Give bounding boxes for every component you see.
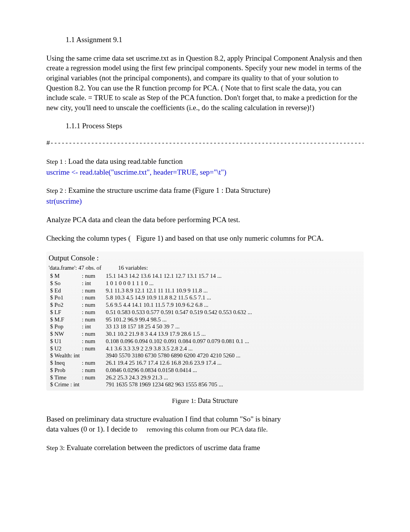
prelim-line2b: removing this column from our PCA data f… — [147, 426, 268, 433]
console-header: 'data.frame': 47 obs. of16 variables: — [49, 264, 361, 272]
var-name: $ LF — [49, 309, 82, 316]
console-var-row: $ U1: num0.108 0.096 0.094 0.102 0.091 0… — [49, 338, 361, 345]
var-name: $ So — [49, 280, 82, 287]
var-name: $ M.F — [49, 316, 82, 323]
step-1-text: Load the data using read.table function — [66, 157, 183, 165]
var-type: : num — [82, 287, 106, 294]
var-type: : int — [82, 280, 106, 287]
console-title: Output Console : — [49, 253, 361, 263]
console-var-row: $ Ed: num9.1 11.3 8.9 12.1 12.1 11 11.1 … — [49, 287, 361, 294]
var-type: : num — [82, 330, 106, 338]
console-var-row: $ Prob: num0.0846 0.0296 0.0834 0.0158 0… — [49, 367, 361, 374]
var-name: $ Ineq — [49, 359, 82, 367]
checking-pre: Checking the column types ( — [46, 234, 130, 242]
var-values: 95 101.2 96.9 99.4 98.5 ... — [106, 316, 167, 323]
var-name-type: $ Wealth: int — [49, 352, 106, 359]
step-1-block: Step 1 : Load the data using read.table … — [46, 156, 364, 177]
console-rows: $ M: num15.1 14.3 14.2 13.6 14.1 12.1 12… — [49, 272, 361, 388]
var-values: 26.2 25.3 24.3 29.9 21.3 ... — [106, 374, 168, 381]
console-var-row: $ LF: num0.51 0.583 0.533 0.577 0.591 0.… — [49, 309, 361, 316]
output-console: Output Console : 'data.frame': 47 obs. o… — [46, 252, 364, 391]
var-type: : num — [82, 301, 106, 309]
console-var-row: $ Po2: num5.6 9.5 4.4 14.1 10.1 11.5 7.9… — [49, 301, 361, 309]
var-type: : num — [82, 374, 106, 381]
var-name: $ M — [49, 272, 82, 280]
var-type: : int — [82, 323, 106, 330]
figure-text: Data Structure — [196, 397, 238, 405]
console-header-right: 16 variables: — [118, 265, 148, 271]
var-name: $ Time — [49, 374, 82, 381]
var-name: $ Po2 — [49, 301, 82, 309]
var-values: 0.108 0.096 0.094 0.102 0.091 0.084 0.09… — [106, 338, 249, 344]
console-var-row: $ Pop: int33 13 18 157 18 25 4 50 39 7 .… — [49, 323, 361, 330]
prelim-line1: Based on preliminary data structure eval… — [46, 415, 281, 423]
console-var-row: $ M: num15.1 14.3 14.2 13.6 14.1 12.1 12… — [49, 272, 361, 280]
var-values: 26.1 19.4 25 16.7 17.4 12.6 16.8 20.6 23… — [106, 360, 222, 366]
var-type: : num — [82, 359, 106, 367]
console-var-row: $ Wealth: int3940 5570 3180 6730 5780 68… — [49, 352, 361, 359]
var-name: $ U1 — [49, 338, 82, 345]
var-values: 9.1 11.3 8.9 12.1 12.1 11 11.1 10.9 9 11… — [106, 287, 208, 294]
var-type: : num — [82, 294, 106, 301]
var-values: 5.6 9.5 4.4 14.1 10.1 11.5 7.9 10.9 6.2 … — [106, 302, 208, 308]
console-var-row: $ Time: num26.2 25.3 24.3 29.9 21.3 ... — [49, 374, 361, 381]
console-var-row: $ NW: num30.1 10.2 21.9 8 3 4.4 13.9 17.… — [49, 330, 361, 338]
step-3-text: Evaluate correlation between the predict… — [65, 444, 260, 452]
var-values: 4.1 3.6 3.3 3.9 2 2.9 3.8 3.5 2.8 2.4 ..… — [106, 345, 193, 352]
var-name: $ Pop — [49, 323, 82, 330]
prelim-paragraph: Based on preliminary data structure eval… — [46, 414, 364, 434]
prelim-line2a: data values (0 or 1). I decide to — [46, 425, 137, 433]
var-name: $ Ed — [49, 287, 82, 294]
intro-paragraph: Using the same crime data set uscrime.tx… — [46, 53, 364, 113]
var-values: 791 1635 578 1969 1234 682 963 1555 856 … — [106, 381, 223, 388]
var-type: : num — [82, 316, 106, 323]
analyze-text: Analyze PCA data and clean the data befo… — [46, 215, 364, 225]
var-name: $ NW — [49, 330, 82, 338]
var-type: : num — [82, 338, 106, 345]
step-2-label: Step 2 : — [46, 187, 66, 194]
section-heading: 1.1 Assignment 9.1 — [46, 35, 364, 45]
var-type: : num — [82, 272, 106, 280]
step-3-block: Step 3: Evaluate correlation between the… — [46, 443, 364, 453]
var-name: $ Prob — [49, 367, 82, 374]
var-name-type: $ Crime : int — [49, 381, 106, 388]
step-2-block: Step 2 : Examine the structure uscrime d… — [46, 185, 364, 206]
step-1-label: Step 1 : — [46, 158, 66, 165]
sub-heading: 1.1.1 Process Steps — [46, 121, 364, 131]
console-var-row: $ Ineq: num26.1 19.4 25 16.7 17.4 12.6 1… — [49, 359, 361, 367]
figure-label: Figure 1: — [172, 397, 196, 405]
var-values: 5.8 10.3 4.5 14.9 10.9 11.8 8.2 11.5 6.5… — [106, 294, 211, 301]
step-2-text: Examine the structure uscrime data frame… — [66, 186, 270, 194]
checking-post: ) and based on that use only numeric col… — [161, 234, 324, 242]
console-var-row: $ M.F: num95 101.2 96.9 99.4 98.5 ... — [49, 316, 361, 323]
var-name: $ U2 — [49, 345, 82, 352]
checking-text: Checking the column types ( Figure 1) an… — [46, 233, 364, 243]
console-header-left: 'data.frame': 47 obs. of — [49, 264, 118, 272]
var-values: 15.1 14.3 14.2 13.6 14.1 12.1 12.7 13.1 … — [106, 273, 222, 279]
var-values: 3940 5570 3180 6730 5780 6890 6200 4720 … — [106, 352, 241, 359]
var-values: 1 0 1 0 0 0 1 1 1 0 ... — [106, 280, 154, 286]
var-name: $ Po1 — [49, 294, 82, 301]
console-var-row: $ So: int1 0 1 0 0 0 1 1 1 0 ... — [49, 280, 361, 287]
var-values: 33 13 18 157 18 25 4 50 39 7 ... — [106, 323, 180, 330]
checking-fig: Figure 1 — [136, 234, 161, 242]
var-type: : num — [82, 345, 106, 352]
var-values: 0.0846 0.0296 0.0834 0.0158 0.0414 ... — [106, 367, 197, 373]
var-values: 0.51 0.583 0.533 0.577 0.591 0.547 0.519… — [106, 309, 252, 315]
console-var-row: $ Crime : int791 1635 578 1969 1234 682 … — [49, 381, 361, 388]
console-var-row: $ Po1: num5.8 10.3 4.5 14.9 10.9 11.8 8.… — [49, 294, 361, 301]
var-values: 30.1 10.2 21.9 8 3 4.4 13.9 17.9 28.6 1.… — [106, 331, 206, 337]
step-3-label: Step 3: — [46, 444, 65, 452]
var-type: : num — [82, 367, 106, 374]
console-var-row: $ U2: num4.1 3.6 3.3 3.9 2 2.9 3.8 3.5 2… — [49, 345, 361, 352]
hr-divider: #---------------------------------------… — [46, 139, 364, 148]
step-1-code: uscrime <- read.table("uscrime.txt", hea… — [46, 167, 364, 177]
step-2-code: str(uscrime) — [46, 196, 364, 206]
figure-caption: Figure 1: Data Structure — [46, 396, 364, 406]
var-type: : num — [82, 309, 106, 316]
